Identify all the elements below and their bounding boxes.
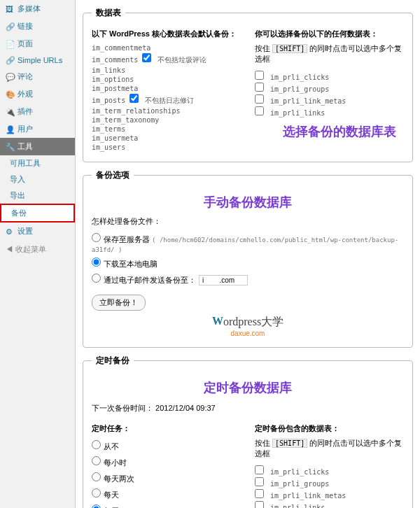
- extra-table-im_prli_links[interactable]: im_prli_links: [255, 106, 404, 118]
- backup-now-button[interactable]: 立即备份！: [92, 295, 146, 311]
- checkbox-include-im_prli_link_metas[interactable]: [255, 489, 264, 498]
- shift-hint: 按住 [SHIFT] 的同时点击可以选中多个复选框: [255, 43, 404, 64]
- task-heading: 定时任务：: [92, 423, 241, 434]
- radio-task-2[interactable]: [92, 472, 101, 481]
- radio-save-server[interactable]: [92, 233, 101, 242]
- how-label: 怎样处理备份文件：: [92, 216, 404, 227]
- radio-task-0[interactable]: [92, 440, 101, 449]
- sidebar-item-tools[interactable]: 🔧工具: [0, 138, 75, 155]
- email-input[interactable]: [199, 275, 248, 285]
- include-im_prli_links[interactable]: im_prli_links: [255, 500, 404, 508]
- sidebar-item-users[interactable]: 👤用户: [0, 120, 75, 138]
- fieldset-data-tables: 数据表 以下 WordPress 核心数据表会默认备份： im_commentm…: [83, 7, 413, 162]
- url-icon: 🔗: [6, 56, 14, 64]
- include-shift-hint: 按住 [SHIFT] 的同时点击可以选中多个复选框: [255, 438, 404, 459]
- opt-email[interactable]: 通过电子邮件发送备份至：: [92, 271, 404, 288]
- checkbox-im_prli_links[interactable]: [255, 106, 264, 115]
- exclude-revisions-checkbox[interactable]: [130, 94, 139, 103]
- sub-export[interactable]: 导出: [0, 188, 75, 204]
- include-im_prli_link_metas[interactable]: im_prli_link_metas: [255, 488, 404, 500]
- task-0[interactable]: 从不: [92, 438, 241, 454]
- settings-icon: ⚙: [6, 227, 14, 236]
- exclude-spam-checkbox[interactable]: [142, 53, 151, 62]
- annotation-schedule: 定时备份数据库: [92, 379, 404, 396]
- sidebar-item-links[interactable]: 🔗链接: [0, 17, 75, 35]
- sub-available-tools[interactable]: 可用工具: [0, 155, 75, 171]
- extra-table-im_prli_groups[interactable]: im_prli_groups: [255, 82, 404, 94]
- checkbox-im_prli_groups[interactable]: [255, 83, 264, 92]
- radio-download[interactable]: [92, 257, 101, 267]
- core-table-im_comments: im_comments 不包括垃圾评论: [92, 52, 241, 66]
- annotation-select-tables: 选择备份的数据库表: [283, 123, 404, 140]
- radio-email[interactable]: [92, 274, 101, 283]
- core-tables-heading: 以下 WordPress 核心数据表会默认备份：: [92, 29, 241, 39]
- link-icon: 🔗: [6, 22, 14, 31]
- media-icon: 🖼: [6, 5, 14, 13]
- include-heading: 定时备份包含的数据表：: [255, 423, 404, 434]
- checkbox-include-im_prli_clicks[interactable]: [255, 465, 264, 474]
- fieldset-schedule: 定时备份 定时备份数据库 下一次备份时间： 2012/12/04 09:37 定…: [83, 355, 413, 508]
- task-2[interactable]: 每天两次: [92, 470, 241, 486]
- core-table-im_postmeta: im_postmeta: [92, 84, 241, 93]
- core-table-im_links: im_links: [92, 66, 241, 75]
- sidebar-item-media[interactable]: 🖼多媒体: [0, 0, 75, 17]
- appearance-icon: 🎨: [6, 90, 14, 99]
- checkbox-im_prli_clicks[interactable]: [255, 71, 264, 80]
- fieldset-backup-options: 备份选项 手动备份数据库 怎样处理备份文件： 保存至服务器 ( /home/hc…: [83, 169, 413, 348]
- tools-icon: 🔧: [6, 143, 14, 151]
- sidebar-item-plugins[interactable]: 🔌插件: [0, 103, 75, 120]
- user-icon: 👤: [6, 125, 14, 134]
- core-table-im_terms: im_terms: [92, 125, 241, 134]
- sub-backup[interactable]: 备份: [0, 204, 75, 223]
- core-table-im_usermeta: im_usermeta: [92, 134, 241, 143]
- radio-task-1[interactable]: [92, 456, 101, 465]
- watermark-logo: Wordpress大学: [92, 315, 404, 330]
- annotation-manual-backup: 手动备份数据库: [92, 194, 404, 211]
- core-table-im_posts: im_posts 不包括日志修订: [92, 93, 241, 106]
- extra-tables-heading: 你可以选择备份以下的任何数据表：: [255, 29, 404, 39]
- include-im_prli_clicks[interactable]: im_prli_clicks: [255, 465, 404, 477]
- extra-table-im_prli_link_metas[interactable]: im_prli_link_metas: [255, 94, 404, 106]
- core-table-im_commentmeta: im_commentmeta: [92, 43, 241, 52]
- extra-table-im_prli_clicks[interactable]: im_prli_clicks: [255, 70, 404, 82]
- plugin-icon: 🔌: [6, 108, 14, 116]
- task-1[interactable]: 每小时: [92, 454, 241, 470]
- legend-schedule: 定时备份: [92, 355, 134, 367]
- admin-sidebar: 🖼多媒体 🔗链接 📄页面 🔗Simple URLs 💬评论 🎨外观 🔌插件 👤用…: [0, 0, 76, 508]
- task-4[interactable]: 每周: [92, 502, 241, 508]
- sidebar-item-settings[interactable]: ⚙设置: [0, 223, 75, 240]
- task-3[interactable]: 每天: [92, 486, 241, 502]
- comment-icon: 💬: [6, 73, 14, 81]
- legend-data-tables: 数据表: [92, 7, 125, 19]
- legend-backup-options: 备份选项: [92, 169, 134, 181]
- next-backup-time: 下一次备份时间： 2012/12/04 09:37: [92, 403, 404, 414]
- checkbox-include-im_prli_links[interactable]: [255, 501, 264, 508]
- collapse-menu[interactable]: ◀ 收起菜单: [0, 240, 75, 259]
- checkbox-include-im_prli_groups[interactable]: [255, 477, 264, 486]
- sidebar-item-comments[interactable]: 💬评论: [0, 68, 75, 85]
- core-table-im_options: im_options: [92, 75, 241, 84]
- sidebar-item-simple-urls[interactable]: 🔗Simple URLs: [0, 52, 75, 68]
- sub-import[interactable]: 导入: [0, 171, 75, 188]
- radio-task-4[interactable]: [92, 505, 101, 508]
- include-im_prli_groups[interactable]: im_prli_groups: [255, 477, 404, 488]
- core-table-im_users: im_users: [92, 143, 241, 152]
- page-icon: 📄: [6, 40, 14, 48]
- main-content: 数据表 以下 WordPress 核心数据表会默认备份： im_commentm…: [76, 0, 420, 508]
- radio-task-3[interactable]: [92, 488, 101, 498]
- core-table-im_term_relationships: im_term_relationships: [92, 106, 241, 115]
- opt-save-server[interactable]: 保存至服务器 ( /home/hcm602/domains/cmhello.co…: [92, 231, 404, 255]
- checkbox-im_prli_link_metas[interactable]: [255, 94, 264, 104]
- sidebar-item-appearance[interactable]: 🎨外观: [0, 85, 75, 103]
- opt-download[interactable]: 下载至本地电脑: [92, 255, 404, 271]
- core-table-im_term_taxonomy: im_term_taxonomy: [92, 115, 241, 125]
- sidebar-item-pages[interactable]: 📄页面: [0, 35, 75, 52]
